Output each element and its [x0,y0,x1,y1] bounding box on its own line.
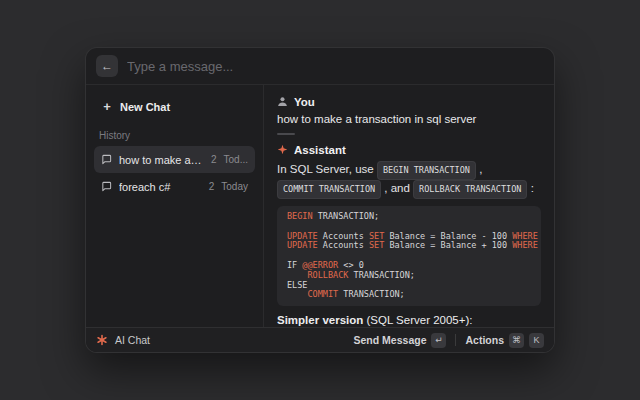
app-name: AI Chat [115,334,150,346]
assistant-intro-paragraph: In SQL Server, use BEGIN TRANSACTION , C… [277,161,541,199]
actions-button[interactable]: Actions ⌘ K [465,333,544,348]
intro-text: , and [381,182,413,194]
cmd-keycap: ⌘ [509,333,524,348]
message-count-badge: 2 [209,181,215,192]
assistant-name: Assistant [294,144,346,156]
user-avatar-icon [277,96,288,107]
chat-transcript: You how to make a transaction in sql ser… [264,85,554,327]
chat-date: Tod... [224,154,248,165]
app-logo-icon [96,334,108,346]
send-message-button[interactable]: Send Message ↵ [354,333,447,348]
footer-bar: AI Chat Send Message ↵ Actions ⌘ K [86,327,554,352]
user-message-header: You [277,95,541,108]
enter-keycap: ↵ [431,333,446,348]
intro-text: In SQL Server, use [277,163,377,175]
footer-divider [455,334,456,346]
sidebar: + New Chat History how to make a transa.… [86,85,264,327]
message-count-badge: 2 [211,154,217,165]
user-name: You [294,96,315,108]
code-block: BEGIN TRANSACTION; UPDATE Accounts SET B… [277,206,541,306]
new-chat-button[interactable]: + New Chat [94,93,255,120]
chat-date: Today [221,181,248,192]
chat-title: how to make a transa... [119,154,204,166]
chat-bubble-icon [101,181,112,192]
chat-title: foreach c# [119,181,202,193]
inline-code-chip: COMMIT TRANSACTION [277,180,381,199]
ai-chat-window: ← + New Chat History how to make a trans… [85,47,555,353]
assistant-outro-text: Simpler version (SQL Server 2005+): [277,314,541,326]
user-message-text: how to make a transaction in sql server [277,113,541,125]
intro-text: : [527,182,533,194]
chat-history-item[interactable]: how to make a transa... 2 Tod... [94,146,255,173]
inline-code-chip: ROLLBACK TRANSACTION [413,180,527,199]
intro-text: , [476,163,482,175]
chat-history-item[interactable]: foreach c# 2 Today [94,173,255,200]
outro-bold: Simpler version [277,314,363,326]
message-divider [277,133,295,135]
chat-bubble-icon [101,154,112,165]
assistant-message-header: Assistant [277,143,541,156]
arrow-left-icon: ← [101,59,113,73]
k-keycap: K [529,333,544,348]
actions-label: Actions [465,334,504,346]
history-section-label: History [99,130,250,141]
message-input-bar: ← [86,48,554,84]
send-message-label: Send Message [354,334,427,346]
sparkle-icon [277,144,288,155]
plus-icon: + [101,100,113,113]
message-input[interactable] [127,59,544,74]
outro-rest: (SQL Server 2005+): [363,314,472,326]
new-chat-label: New Chat [120,101,248,113]
inline-code-chip: BEGIN TRANSACTION [377,161,476,180]
back-button[interactable]: ← [96,55,118,77]
